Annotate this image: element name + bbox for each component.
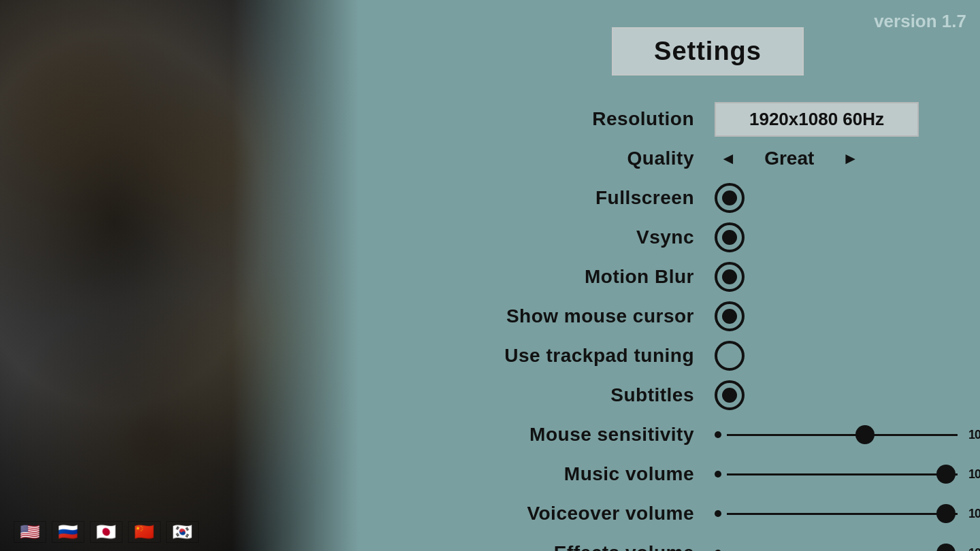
vsync-control xyxy=(715,222,953,252)
voiceover-volume-label: Voiceover volume xyxy=(381,503,715,524)
quality-row: Quality ◄ Great ► xyxy=(381,141,953,176)
slider-start-dot xyxy=(715,431,721,438)
background-blend xyxy=(0,0,422,551)
flags-row: 🇺🇸 🇷🇺 🇯🇵 🇨🇳 🇰🇷 xyxy=(14,521,199,543)
effects-volume-slider[interactable]: 100 xyxy=(715,546,980,552)
subtitles-toggle[interactable] xyxy=(715,380,745,410)
motion-blur-toggle[interactable] xyxy=(715,262,745,292)
slider-track xyxy=(727,513,958,515)
resolution-row: Resolution 1920x1080 60Hz xyxy=(381,101,953,137)
subtitles-row: Subtitles xyxy=(381,378,953,413)
show-mouse-cursor-toggle[interactable] xyxy=(715,301,745,331)
slider-track xyxy=(727,473,958,475)
music-volume-row: Music volume 100 xyxy=(381,456,953,492)
subtitles-label: Subtitles xyxy=(381,384,715,406)
show-mouse-cursor-row: Show mouse cursor xyxy=(381,299,953,334)
quality-value: Great xyxy=(749,148,830,169)
slider-thumb[interactable] xyxy=(936,504,956,523)
slider-fill xyxy=(727,513,946,515)
mouse-sensitivity-row: Mouse sensitivity 100 xyxy=(381,417,953,452)
music-volume-slider[interactable]: 100 xyxy=(715,467,980,482)
trackpad-tuning-label: Use trackpad tuning xyxy=(381,345,715,367)
show-mouse-cursor-label: Show mouse cursor xyxy=(381,305,715,327)
mouse-sensitivity-label: Mouse sensitivity xyxy=(381,424,715,446)
motion-blur-row: Motion Blur xyxy=(381,259,953,295)
slider-thumb[interactable] xyxy=(936,465,956,484)
voiceover-volume-row: Voiceover volume 100 xyxy=(381,496,953,531)
fullscreen-label: Fullscreen xyxy=(381,187,715,209)
settings-title-box: Settings xyxy=(612,27,804,76)
resolution-control: 1920x1080 60Hz xyxy=(715,102,953,137)
slider-thumb[interactable] xyxy=(855,425,875,444)
flag-us[interactable]: 🇺🇸 xyxy=(14,521,46,543)
slider-start-dot xyxy=(715,471,721,478)
quality-control: ◄ Great ► xyxy=(715,146,953,171)
mouse-sensitivity-slider[interactable]: 100 xyxy=(715,428,980,442)
voiceover-volume-control: 100 xyxy=(715,507,980,521)
effects-volume-row: Effects volume 100 xyxy=(381,535,953,551)
voiceover-volume-slider[interactable]: 100 xyxy=(715,507,980,521)
trackpad-tuning-row: Use trackpad tuning xyxy=(381,338,953,373)
slider-start-dot xyxy=(715,510,721,517)
fullscreen-row: Fullscreen xyxy=(381,180,953,216)
effects-volume-end: 100 xyxy=(968,546,980,552)
trackpad-tuning-toggle[interactable] xyxy=(715,341,745,371)
music-volume-control: 100 xyxy=(715,467,980,482)
slider-track xyxy=(727,434,958,436)
flag-cn[interactable]: 🇨🇳 xyxy=(128,521,161,543)
quality-arrow-left[interactable]: ◄ xyxy=(715,146,742,171)
quality-selector: ◄ Great ► xyxy=(715,146,864,171)
mouse-sensitivity-control: 100 xyxy=(715,428,980,442)
effects-volume-label: Effects volume xyxy=(381,542,715,551)
vsync-toggle[interactable] xyxy=(715,222,745,252)
music-volume-end: 100 xyxy=(968,467,980,482)
settings-title: Settings xyxy=(654,37,762,65)
fullscreen-control xyxy=(715,183,953,213)
slider-fill xyxy=(727,434,865,436)
slider-fill xyxy=(727,473,946,475)
quality-label: Quality xyxy=(381,148,715,169)
resolution-label: Resolution xyxy=(381,108,715,130)
fullscreen-toggle[interactable] xyxy=(715,183,745,213)
resolution-value[interactable]: 1920x1080 60Hz xyxy=(715,102,919,137)
subtitles-control xyxy=(715,380,953,410)
quality-arrow-right[interactable]: ► xyxy=(837,146,864,171)
voiceover-volume-end: 100 xyxy=(968,507,980,521)
show-mouse-cursor-control xyxy=(715,301,953,331)
mouse-sensitivity-end: 100 xyxy=(968,428,980,442)
motion-blur-control xyxy=(715,262,953,292)
music-volume-label: Music volume xyxy=(381,463,715,485)
effects-volume-control: 100 xyxy=(715,546,980,552)
flag-kr[interactable]: 🇰🇷 xyxy=(166,521,199,543)
settings-panel: Settings Resolution 1920x1080 60Hz Quali… xyxy=(381,27,953,551)
motion-blur-label: Motion Blur xyxy=(381,266,715,288)
trackpad-tuning-control xyxy=(715,341,953,371)
slider-thumb[interactable] xyxy=(936,544,956,551)
vsync-label: Vsync xyxy=(381,227,715,248)
flag-ru[interactable]: 🇷🇺 xyxy=(52,521,84,543)
flag-jp[interactable]: 🇯🇵 xyxy=(90,521,122,543)
vsync-row: Vsync xyxy=(381,220,953,255)
